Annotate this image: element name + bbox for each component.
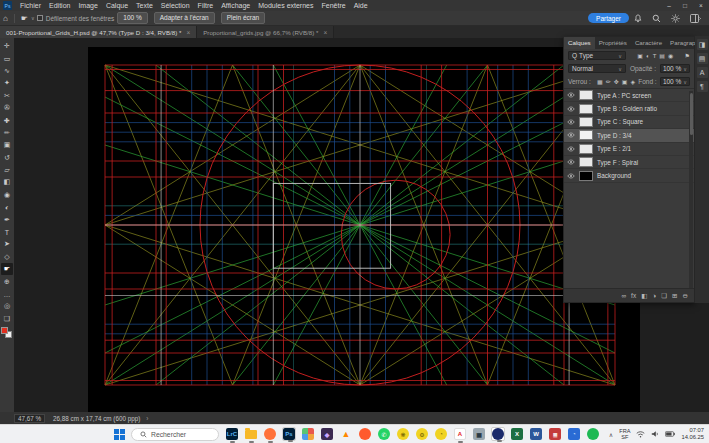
clock[interactable]: 07:07 14.06.25 — [681, 427, 704, 441]
layer-filter-type-icon-3[interactable]: T — [653, 53, 657, 59]
taskbar-app-word[interactable]: W — [529, 427, 543, 441]
taskbar-app-photos-app[interactable] — [301, 427, 315, 441]
opacity-field[interactable]: 100 % ∨ — [660, 64, 690, 73]
dodge-tool[interactable]: ◐ — [1, 201, 13, 213]
visibility-eye-icon[interactable] — [566, 106, 576, 112]
taskbar-app-firefox[interactable] — [263, 427, 277, 441]
visibility-eye-icon[interactable] — [566, 92, 576, 98]
adjustment-layer-icon[interactable]: ◑ — [652, 292, 656, 299]
visibility-eye-icon[interactable] — [566, 173, 576, 179]
filter-pin-icon[interactable]: ⚑ — [685, 52, 690, 59]
color-swatches[interactable] — [1, 327, 13, 339]
layer-thumbnail[interactable] — [579, 144, 593, 154]
edit-toolbar[interactable]: … — [1, 288, 13, 300]
wifi-icon[interactable] — [636, 430, 645, 438]
shape-tool[interactable]: ◇ — [1, 251, 13, 263]
quick-mask[interactable]: ◎ — [1, 300, 13, 312]
discover-icon[interactable] — [671, 14, 680, 23]
lock-icon-1[interactable]: ▦ — [597, 78, 603, 85]
home-icon[interactable]: ⌂ — [3, 14, 8, 23]
menu-calque[interactable]: Calque — [102, 0, 132, 11]
pen-tool[interactable]: ✒ — [1, 213, 13, 225]
layer-row[interactable]: Type F : Spiral — [564, 156, 694, 169]
layer-filter-select[interactable]: Q Type ∨ — [568, 51, 626, 60]
layer-filter-type-icon-1[interactable]: ▣ — [637, 52, 643, 59]
layer-filter-type-icon-5[interactable]: ◉ — [668, 52, 673, 59]
gradient-tool[interactable]: ◧ — [1, 176, 13, 188]
layer-filter-type-icon-4[interactable]: ▤ — [659, 52, 665, 59]
panel-tab-propriétés[interactable]: Propriétés — [595, 37, 631, 49]
layer-row[interactable]: Type B : Golden ratio — [564, 102, 694, 115]
path-selection-tool[interactable]: ➤ — [1, 238, 13, 250]
healing-brush-tool[interactable]: ✚ — [1, 114, 13, 126]
layer-row[interactable]: Type D : 3/4 — [564, 129, 694, 142]
swatches-panel-icon[interactable]: ◨ — [697, 39, 708, 50]
layer-thumbnail[interactable] — [579, 130, 593, 140]
chevron-down-icon[interactable]: ∨ — [31, 15, 35, 21]
status-options-arrow[interactable]: › — [146, 415, 148, 422]
menu-fen-tre[interactable]: Fenêtre — [318, 0, 350, 11]
move-tool[interactable]: ✛ — [1, 40, 13, 52]
blend-mode-select[interactable]: Normal ∨ — [568, 64, 626, 73]
crop-tool[interactable]: ✂ — [1, 90, 13, 102]
layer-row[interactable]: Type A : PC screen — [564, 89, 694, 102]
start-button[interactable] — [114, 429, 125, 440]
layer-thumbnail[interactable] — [579, 90, 593, 100]
layer-thumbnail[interactable] — [579, 104, 593, 114]
clone-stamp-tool[interactable]: ▣ — [1, 139, 13, 151]
taskbar-app-yellow-app-3[interactable]: ◔ — [434, 427, 448, 441]
lasso-tool[interactable]: ∿ — [1, 65, 13, 77]
battery-icon[interactable] — [665, 431, 675, 437]
foreground-color-swatch[interactable] — [1, 327, 8, 334]
taskbar-app-excel[interactable]: X — [510, 427, 524, 441]
panel-tab-caractère[interactable]: Caractère — [631, 37, 666, 49]
lock-icon-5[interactable]: ◈ — [630, 78, 635, 85]
layer-thumbnail[interactable] — [579, 117, 593, 127]
taskbar-app-purple-app[interactable]: ◆ — [320, 427, 334, 441]
menu-texte[interactable]: Texte — [132, 0, 157, 11]
type-tool[interactable]: T — [1, 226, 13, 238]
libraries-panel-icon[interactable]: ▤ — [697, 53, 708, 64]
group-layers-icon[interactable]: ❏ — [661, 292, 667, 300]
menu-aide[interactable]: Aide — [350, 0, 372, 11]
menu-s-lection[interactable]: Sélection — [157, 0, 194, 11]
visibility-eye-icon[interactable] — [566, 146, 576, 152]
menu-affichage[interactable]: Affichage — [217, 0, 254, 11]
taskbar-app-green-circle-app[interactable] — [586, 427, 600, 441]
layer-row[interactable]: Type E : 2/1 — [564, 143, 694, 156]
lock-icon-2[interactable]: ✏ — [606, 78, 611, 85]
fit-screen-button[interactable]: Adapter à l'écran — [154, 12, 215, 24]
layer-row[interactable]: Background — [564, 169, 694, 182]
lock-icon-3[interactable]: ✥ — [614, 78, 619, 85]
scroll-all-windows-checkbox[interactable] — [37, 15, 43, 21]
panel-scrollbar[interactable] — [689, 91, 693, 289]
taskbar-app-vlc[interactable]: ▲ — [339, 427, 353, 441]
workspace-switcher-icon[interactable] — [690, 14, 701, 23]
menu-filtre[interactable]: Filtre — [194, 0, 218, 11]
menu-edition[interactable]: Edition — [45, 0, 74, 11]
delete-layer-icon[interactable]: ⊖ — [683, 292, 688, 300]
taskbar-app-acrobat[interactable]: A — [453, 427, 467, 441]
volume-icon[interactable] — [651, 430, 659, 438]
visibility-eye-icon[interactable] — [566, 159, 576, 165]
menu-modules-externes[interactable]: Modules externes — [254, 0, 317, 11]
taskbar-app-yellow-app-2[interactable]: ⚙ — [415, 427, 429, 441]
quick-selection-tool[interactable]: ✦ — [1, 77, 13, 89]
taskbar-app-blue-swirl-app[interactable]: ◔ — [567, 427, 581, 441]
hand-tool[interactable]: ☛ — [1, 263, 13, 275]
zoom-level-field[interactable]: 47,67 % — [14, 414, 45, 423]
taskbar-search[interactable]: Rechercher — [131, 428, 219, 441]
fill-field[interactable]: 100 % ∨ — [660, 77, 690, 86]
tab-close-icon[interactable]: × — [186, 29, 190, 36]
bell-icon[interactable] — [634, 14, 642, 23]
paragraph-panel-icon[interactable]: ¶ — [697, 81, 708, 92]
layer-mask-icon[interactable]: ◧ — [641, 292, 647, 300]
lock-icon-4[interactable]: ▣ — [622, 78, 628, 85]
link-layers-icon[interactable]: ∞ — [621, 292, 626, 299]
taskbar-app-orange-circle-app[interactable] — [358, 427, 372, 441]
search-icon[interactable] — [652, 14, 661, 23]
brush-tool[interactable]: ✏ — [1, 127, 13, 139]
taskbar-app-photoshop[interactable]: Ps — [282, 427, 296, 441]
taskbar-app-red-app[interactable]: ≣ — [548, 427, 562, 441]
hand-tool-icon[interactable]: ☛ — [21, 14, 28, 23]
